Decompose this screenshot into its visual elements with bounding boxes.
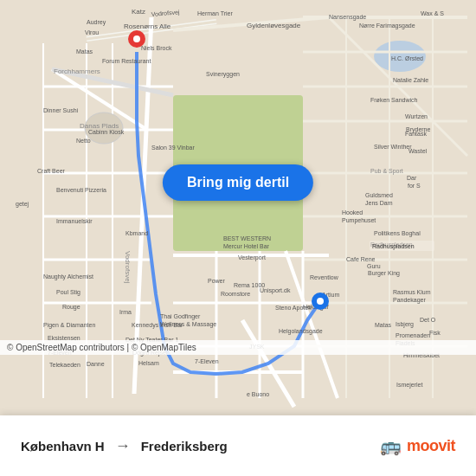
- svg-point-133: [133, 35, 140, 42]
- origin-label: København H: [21, 439, 105, 453]
- svg-text:Dinner Sushi: Dinner Sushi: [43, 107, 79, 113]
- moovit-brand-text: moovit: [407, 437, 455, 455]
- svg-text:7-Eleven: 7-Eleven: [195, 358, 219, 364]
- route-info: København H → Frederiksberg: [21, 437, 380, 455]
- svg-text:Wastel: Wastel: [408, 148, 428, 154]
- svg-text:Wellness & Massage: Wellness & Massage: [160, 321, 216, 328]
- svg-text:Bryderne: Bryderne: [406, 126, 431, 133]
- svg-text:Fisk: Fisk: [429, 330, 441, 336]
- svg-text:Danne: Danne: [87, 361, 105, 367]
- svg-text:Silver Winther: Silver Winther: [374, 144, 412, 150]
- svg-text:H.C. Ørsted: H.C. Ørsted: [391, 55, 423, 61]
- svg-text:Virou: Virou: [85, 29, 99, 35]
- svg-text:Rasmus Klum: Rasmus Klum: [393, 289, 431, 295]
- svg-text:Dar: Dar: [407, 175, 417, 181]
- svg-text:Nørre Farimagsgade: Nørre Farimagsgade: [359, 23, 415, 29]
- svg-text:Jens Dam: Jens Dam: [365, 200, 393, 206]
- arrow-icon: →: [115, 437, 131, 455]
- svg-text:Cabinn Kiosk: Cabinn Kiosk: [88, 129, 125, 135]
- svg-text:getej: getej: [16, 201, 29, 208]
- svg-text:Niels Brock: Niels Brock: [141, 45, 172, 51]
- svg-text:Nansensgade: Nansensgade: [329, 14, 366, 21]
- svg-text:Pub & Sport: Pub & Sport: [370, 168, 403, 175]
- svg-text:Cafe Rene: Cafe Rene: [346, 256, 376, 262]
- copyright-text: © OpenStreetMap contributors | © OpenMap…: [7, 343, 196, 352]
- svg-text:Radhuspladsen: Radhuspladsen: [372, 243, 415, 250]
- svg-text:Unisport.dk: Unisport.dk: [260, 287, 291, 294]
- svg-text:Svineryggen: Svineryggen: [206, 71, 240, 78]
- svg-text:Wurtzen: Wurtzen: [405, 113, 428, 119]
- svg-text:Poul Stig: Poul Stig: [56, 289, 80, 296]
- svg-text:Promenaden: Promenaden: [396, 332, 430, 338]
- destination-label: Frederiksberg: [141, 439, 228, 453]
- svg-text:Thai Godfinger: Thai Godfinger: [160, 313, 201, 320]
- svg-text:Danas Plads: Danas Plads: [80, 122, 119, 130]
- svg-text:Burger King: Burger King: [368, 270, 400, 277]
- svg-text:Gyldenløvesgade: Gyldenløvesgade: [247, 22, 301, 29]
- svg-text:Helgolandsgade: Helgolandsgade: [279, 328, 323, 335]
- bottom-bar: København H → Frederiksberg 🚌 moovit: [0, 415, 476, 476]
- svg-text:Roomstore: Roomstore: [221, 291, 250, 297]
- svg-text:Vodrofsvej: Vodrofsvej: [124, 251, 132, 284]
- svg-text:Frøken Sandwich: Frøken Sandwich: [370, 97, 418, 103]
- svg-text:e Buono: e Buono: [247, 391, 269, 397]
- svg-text:Naughty Alchemist: Naughty Alchemist: [43, 273, 93, 280]
- svg-text:Telekaeden: Telekaeden: [49, 362, 80, 368]
- svg-text:Audrey: Audrey: [87, 19, 106, 26]
- svg-text:Reventlow: Reventlow: [310, 274, 339, 280]
- copyright-bar: © OpenStreetMap contributors | © OpenMap…: [0, 340, 476, 355]
- svg-text:Irma: Irma: [119, 309, 132, 315]
- moovit-logo: 🚌 moovit: [380, 435, 455, 456]
- svg-text:Rouge: Rouge: [62, 304, 80, 311]
- svg-text:BEST WESTERN: BEST WESTERN: [223, 235, 271, 241]
- svg-text:Politikens Boghal: Politikens Boghal: [374, 230, 421, 237]
- svg-text:Kbmand: Kbmand: [125, 230, 148, 236]
- svg-text:Guldsmed: Guldsmed: [365, 192, 393, 198]
- moovit-bus-icon: 🚌: [380, 435, 402, 456]
- svg-text:Pandekager: Pandekager: [393, 297, 426, 304]
- svg-text:Mercur Hotel Bar: Mercur Hotel Bar: [223, 243, 270, 249]
- svg-text:Forum Restaurant: Forum Restaurant: [102, 58, 151, 64]
- svg-text:Guru: Guru: [367, 263, 381, 269]
- svg-text:Det O: Det O: [420, 317, 436, 323]
- svg-text:Natalie Zahle: Natalie Zahle: [393, 77, 428, 83]
- svg-text:Salon 39 Vlnbar: Salon 39 Vlnbar: [151, 145, 195, 151]
- svg-text:for S: for S: [408, 183, 421, 189]
- svg-text:Rosenørns Alle: Rosenørns Alle: [124, 23, 171, 30]
- svg-text:Immanuelskir: Immanuelskir: [56, 218, 93, 224]
- svg-text:Katz: Katz: [132, 8, 145, 16]
- svg-text:Craft Beer: Craft Beer: [37, 168, 66, 174]
- svg-text:Wax & S: Wax & S: [421, 10, 444, 16]
- svg-text:Pumpehuset: Pumpehuset: [342, 217, 376, 224]
- svg-text:Herman Trier: Herman Trier: [197, 10, 234, 16]
- map-container: Katz Rosenørns Alle Vodrofsvej Herman Tr…: [0, 0, 476, 415]
- svg-text:Pigen & Diamanten: Pigen & Diamanten: [43, 322, 95, 329]
- svg-text:Ismejerlet: Ismejerlet: [396, 382, 422, 389]
- svg-text:Power: Power: [208, 278, 226, 284]
- svg-text:Benvenuti Pizzeria: Benvenuti Pizzeria: [56, 187, 106, 193]
- bring-me-there-button[interactable]: Bring mig dertil: [163, 164, 313, 201]
- svg-text:Isbjerg: Isbjerg: [396, 321, 414, 328]
- svg-text:Netto: Netto: [76, 138, 91, 144]
- svg-text:Hooked: Hooked: [342, 209, 363, 215]
- svg-point-135: [317, 298, 324, 305]
- svg-text:Forchhammers: Forchhammers: [54, 68, 100, 75]
- svg-text:Matas: Matas: [375, 322, 392, 328]
- svg-text:Matas: Matas: [76, 48, 93, 55]
- svg-text:Helsam: Helsam: [138, 360, 159, 366]
- svg-text:Vesterport: Vesterport: [238, 254, 266, 261]
